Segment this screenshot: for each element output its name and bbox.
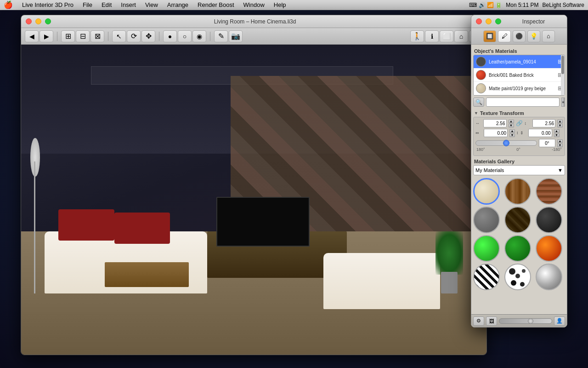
material-item-brick[interactable]: Brick/001 Baked Brick ⊞ <box>474 69 565 82</box>
viewport-3d[interactable] <box>21 45 486 355</box>
angle-slider-thumb[interactable] <box>503 140 509 146</box>
back-button[interactable]: ◀ <box>25 30 39 42</box>
offset-y-input[interactable]: 0.00 <box>528 129 552 137</box>
inspector-title: Inspector <box>505 18 562 25</box>
cylinder-button[interactable]: ◉ <box>192 30 206 42</box>
offset-y-down[interactable]: ▼ <box>554 133 560 137</box>
angle-slider-track[interactable] <box>475 140 537 146</box>
home-button[interactable]: ⌂ <box>454 30 468 42</box>
menu-arrange[interactable]: Arrange <box>165 1 190 8</box>
gallery-item-spots[interactable] <box>504 264 531 290</box>
search-row: 🔍 ≡ <box>473 98 565 107</box>
window-button[interactable]: ⬜ <box>440 30 453 42</box>
angle-value-box[interactable]: 0° <box>539 139 555 147</box>
pan-tool-button[interactable]: ✥ <box>141 30 155 42</box>
menu-window[interactable]: Window <box>242 1 266 8</box>
floorplan-button[interactable]: ⊞ <box>61 30 75 42</box>
tv-screen <box>216 197 310 247</box>
3d-view-button[interactable]: ⊠ <box>90 30 104 42</box>
list-options[interactable]: ≡ <box>561 98 565 107</box>
gallery-item-cream[interactable] <box>473 178 500 205</box>
gallery-header: Materials Gallery <box>473 158 565 165</box>
gallery-dropdown-value: My Materials <box>475 167 504 173</box>
search-button[interactable]: 🔍 <box>473 98 484 107</box>
gallery-item-fire[interactable] <box>536 235 562 262</box>
material-image-button[interactable]: 🖼 <box>486 316 497 326</box>
menu-render-boost[interactable]: Render Boost <box>196 1 236 8</box>
forward-button[interactable]: ▶ <box>40 30 53 42</box>
minimize-button[interactable] <box>35 18 41 24</box>
offset-y-up[interactable]: ▲ <box>554 129 560 133</box>
menu-view[interactable]: View <box>143 1 160 8</box>
scale-x-down[interactable]: ▼ <box>509 124 514 127</box>
menu-edit[interactable]: Edit <box>100 1 113 8</box>
inspector-minimize[interactable] <box>486 18 492 24</box>
angle-value: 0° <box>545 141 549 146</box>
gallery-item-green-bright[interactable] <box>473 235 500 262</box>
tab-texture[interactable]: ⚫ <box>513 30 526 42</box>
gallery-item-green-dark[interactable] <box>504 235 531 262</box>
menu-time: Mon 5:11 PM <box>506 2 538 8</box>
apple-menu[interactable]: 🍎 <box>4 0 13 9</box>
menu-file[interactable]: File <box>81 1 94 8</box>
scale-x-up[interactable]: ▲ <box>509 120 514 123</box>
material-item-leather[interactable]: Leather/pamela_09014 ⊞ <box>474 55 565 69</box>
link-icon[interactable]: 🔗 <box>516 120 523 126</box>
perspective-button[interactable]: ⊟ <box>76 30 90 42</box>
scale-y-stepper: ▲ ▼ <box>557 120 563 127</box>
tab-light[interactable]: 💡 <box>527 30 540 42</box>
close-button[interactable] <box>26 18 32 24</box>
draw-button[interactable]: ✎ <box>214 30 228 42</box>
gallery-item-dark-wood[interactable] <box>504 207 531 233</box>
tab-house[interactable]: ⌂ <box>542 30 555 42</box>
camera-button[interactable]: 📷 <box>229 30 243 42</box>
scale-x-input[interactable]: 2.56 <box>483 119 506 127</box>
gallery-item-black[interactable] <box>536 207 562 233</box>
gallery-item-stone[interactable] <box>473 207 500 233</box>
gallery-item-brick[interactable] <box>536 178 562 205</box>
info-button[interactable]: ℹ <box>425 30 439 42</box>
tab-paint[interactable]: 🖊 <box>498 30 511 42</box>
gallery-item-zebra[interactable] <box>473 264 500 290</box>
orbit-tool-button[interactable]: ⟳ <box>127 30 141 42</box>
view-group: ⊞ ⊟ ⊠ <box>61 30 104 42</box>
gallery-item-chrome[interactable] <box>536 264 562 290</box>
search-input[interactable] <box>486 98 560 107</box>
cushion-2 <box>114 213 170 244</box>
angle-stepper: ▲ ▼ <box>557 139 563 147</box>
offset-x-down[interactable]: ▼ <box>509 133 515 137</box>
gallery-item-wood[interactable] <box>504 178 531 205</box>
tab-materials[interactable]: 🔲 <box>483 30 496 42</box>
select-tool-button[interactable]: ↖ <box>112 30 126 42</box>
angle-mid-label: 0° <box>516 147 520 152</box>
material-item-paint[interactable]: Matte paint/1019 grey beige ⊞ <box>474 82 565 95</box>
inspector-close[interactable] <box>476 18 482 24</box>
sphere-button[interactable]: ● <box>163 30 177 42</box>
size-slider[interactable] <box>499 318 552 324</box>
size-slider-thumb[interactable] <box>528 318 533 324</box>
gallery-dropdown[interactable]: My Materials ▼ <box>473 165 565 175</box>
angle-down[interactable]: ▼ <box>557 144 563 147</box>
scale-y-up[interactable]: ▲ <box>557 120 563 123</box>
materials-scroll[interactable] <box>561 55 565 95</box>
scale-y-down[interactable]: ▼ <box>557 124 563 127</box>
mat-swatch-paint <box>476 83 486 93</box>
scale-y-input[interactable]: 2.56 <box>532 119 555 127</box>
menu-app-name[interactable]: Live Interior 3D Pro <box>20 1 75 8</box>
add-material-button[interactable]: ⚙ <box>473 316 484 326</box>
menubar: 🍎 Live Interior 3D Pro File Edit Insert … <box>0 0 588 10</box>
preview-button[interactable]: 👤 <box>554 316 565 326</box>
plant-pot-body <box>441 272 458 293</box>
offset-x-input[interactable]: 0.00 <box>484 129 508 137</box>
floor-lamp <box>30 138 40 293</box>
walk-button[interactable]: 🚶 <box>410 30 424 42</box>
angle-up[interactable]: ▲ <box>557 139 563 143</box>
menu-help[interactable]: Help <box>272 1 288 8</box>
maximize-button[interactable] <box>45 18 51 24</box>
menu-insert[interactable]: Insert <box>119 1 138 8</box>
scale-x-stepper: ▲ ▼ <box>509 120 514 127</box>
circle-button[interactable]: ○ <box>178 30 192 42</box>
inspector-maximize[interactable] <box>495 18 501 24</box>
tool-group: ↖ ⟳ ✥ <box>112 30 155 42</box>
offset-x-up[interactable]: ▲ <box>509 129 515 133</box>
